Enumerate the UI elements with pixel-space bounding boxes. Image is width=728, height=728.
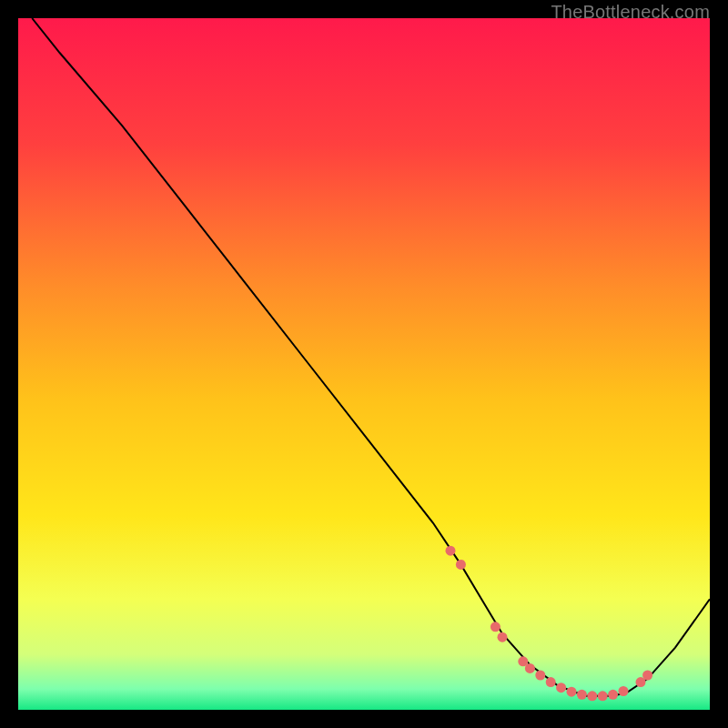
marker-dot xyxy=(608,690,618,700)
marker-dot xyxy=(556,682,566,693)
marker-dot xyxy=(490,622,500,632)
marker-dot xyxy=(525,663,535,673)
marker-dot xyxy=(498,632,508,642)
marker-dot xyxy=(446,546,456,556)
marker-dot xyxy=(567,687,577,697)
marker-dot xyxy=(456,560,466,570)
chart-frame xyxy=(18,18,710,710)
marker-dot xyxy=(642,671,652,681)
marker-dot xyxy=(535,671,545,681)
marker-dot xyxy=(546,677,556,687)
marker-dot xyxy=(577,690,587,700)
marker-dot xyxy=(587,691,597,701)
marker-dot xyxy=(598,691,608,701)
chart-background xyxy=(18,18,710,710)
marker-dot xyxy=(619,686,629,696)
bottleneck-chart xyxy=(18,18,710,710)
